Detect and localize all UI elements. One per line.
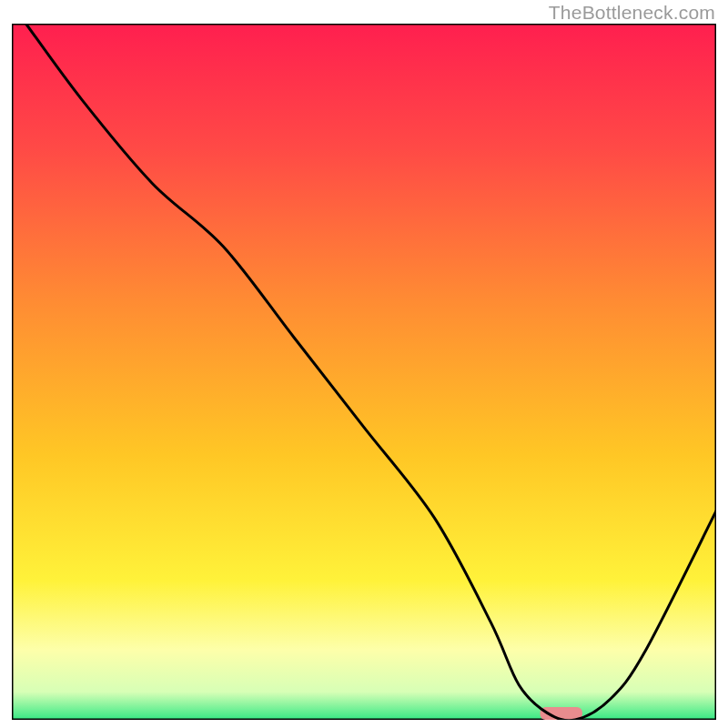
watermark-text: TheBottleneck.com — [549, 2, 715, 24]
gradient-background — [12, 24, 716, 720]
chart-svg — [12, 24, 716, 720]
bottleneck-chart — [12, 24, 716, 720]
